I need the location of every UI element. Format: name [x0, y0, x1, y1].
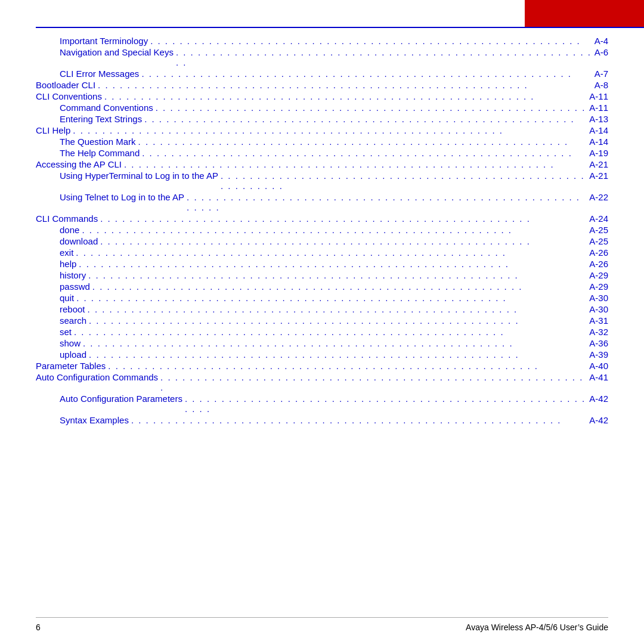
- footer-page-number: 6: [36, 623, 41, 632]
- toc-dots: . . . . . . . . . . . . . . . . . . . . …: [100, 213, 587, 224]
- toc-row[interactable]: Accessing the AP CLI . . . . . . . . . .…: [36, 159, 608, 169]
- toc-label[interactable]: Navigation and Special Keys: [60, 47, 174, 57]
- toc-content: Important Terminology . . . . . . . . . …: [36, 36, 608, 608]
- toc-page: A-14: [589, 137, 608, 147]
- toc-label[interactable]: search: [60, 315, 86, 326]
- toc-page: A-41: [589, 372, 608, 382]
- toc-dots: . . . . . . . . . . . . . . . . . . . . …: [141, 69, 592, 79]
- toc-row[interactable]: done . . . . . . . . . . . . . . . . . .…: [36, 225, 608, 235]
- toc-label[interactable]: exit: [60, 247, 73, 258]
- toc-dots: . . . . . . . . . . . . . . . . . . . . …: [131, 415, 587, 425]
- toc-row[interactable]: set . . . . . . . . . . . . . . . . . . …: [36, 327, 608, 337]
- toc-label[interactable]: Syntax Examples: [60, 415, 129, 425]
- toc-label[interactable]: Important Terminology: [60, 36, 148, 46]
- toc-dots: . . . . . . . . . . . . . . . . . . . . …: [160, 372, 587, 392]
- toc-dots: . . . . . . . . . . . . . . . . . . . . …: [104, 91, 587, 101]
- toc-label[interactable]: passwd: [60, 281, 90, 292]
- top-rule: [36, 27, 644, 28]
- toc-label[interactable]: set: [60, 327, 72, 337]
- toc-dots: . . . . . . . . . . . . . . . . . . . . …: [124, 159, 587, 169]
- toc-dots: . . . . . . . . . . . . . . . . . . . . …: [100, 236, 587, 246]
- toc-row[interactable]: quit . . . . . . . . . . . . . . . . . .…: [36, 293, 608, 303]
- toc-dots: . . . . . . . . . . . . . . . . . . . . …: [150, 36, 592, 46]
- toc-label[interactable]: CLI Commands: [36, 213, 98, 224]
- toc-dots: . . . . . . . . . . . . . . . . . . . . …: [89, 349, 587, 360]
- toc-label[interactable]: Auto Configuration Parameters: [60, 394, 182, 404]
- toc-page: A-42: [589, 415, 608, 425]
- toc-row[interactable]: Entering Text Strings . . . . . . . . . …: [36, 114, 608, 124]
- page: Important Terminology . . . . . . . . . …: [0, 0, 644, 644]
- toc-page: A-40: [589, 361, 608, 371]
- toc-dots: . . . . . . . . . . . . . . . . . . . . …: [156, 103, 587, 113]
- toc-page: A-4: [595, 36, 608, 46]
- toc-page: A-11: [589, 103, 608, 113]
- toc-label[interactable]: The Question Mark: [60, 137, 136, 147]
- toc-label[interactable]: reboot: [60, 304, 85, 314]
- toc-label[interactable]: upload: [60, 349, 86, 360]
- footer: 6 Avaya Wireless AP-4/5/6 User’s Guide: [36, 617, 608, 632]
- toc-dots: . . . . . . . . . . . . . . . . . . . . …: [144, 114, 587, 124]
- toc-label[interactable]: help: [60, 259, 76, 269]
- toc-row[interactable]: Bootloader CLI . . . . . . . . . . . . .…: [36, 80, 608, 90]
- toc-row[interactable]: search . . . . . . . . . . . . . . . . .…: [36, 315, 608, 326]
- toc-row[interactable]: history . . . . . . . . . . . . . . . . …: [36, 270, 608, 280]
- toc-label[interactable]: Auto Configuration Commands: [36, 372, 158, 382]
- toc-row[interactable]: Auto Configuration Commands . . . . . . …: [36, 372, 608, 392]
- toc-dots: . . . . . . . . . . . . . . . . . . . . …: [76, 247, 587, 258]
- toc-row[interactable]: passwd . . . . . . . . . . . . . . . . .…: [36, 281, 608, 292]
- toc-row[interactable]: Parameter Tables . . . . . . . . . . . .…: [36, 361, 608, 371]
- toc-row[interactable]: reboot . . . . . . . . . . . . . . . . .…: [36, 304, 608, 314]
- toc-label[interactable]: history: [60, 270, 86, 280]
- toc-row[interactable]: Using HyperTerminal to Log in to the AP …: [36, 171, 608, 191]
- toc-dots: . . . . . . . . . . . . . . . . . . . . …: [76, 293, 587, 303]
- toc-row[interactable]: download . . . . . . . . . . . . . . . .…: [36, 236, 608, 246]
- toc-row[interactable]: help . . . . . . . . . . . . . . . . . .…: [36, 259, 608, 269]
- toc-label[interactable]: CLI Help: [36, 125, 70, 135]
- toc-dots: . . . . . . . . . . . . . . . . . . . . …: [82, 225, 587, 235]
- toc-dots: . . . . . . . . . . . . . . . . . . . . …: [176, 47, 592, 67]
- toc-page: A-24: [589, 213, 608, 224]
- toc-dots: . . . . . . . . . . . . . . . . . . . . …: [74, 327, 587, 337]
- toc-page: A-30: [589, 293, 608, 303]
- toc-row[interactable]: The Help Command . . . . . . . . . . . .…: [36, 148, 608, 158]
- toc-dots: . . . . . . . . . . . . . . . . . . . . …: [108, 361, 587, 371]
- toc-row[interactable]: exit . . . . . . . . . . . . . . . . . .…: [36, 247, 608, 258]
- toc-dots: . . . . . . . . . . . . . . . . . . . . …: [187, 192, 587, 212]
- toc-label[interactable]: quit: [60, 293, 74, 303]
- toc-label[interactable]: Entering Text Strings: [60, 114, 142, 124]
- toc-label[interactable]: done: [60, 225, 79, 235]
- toc-label[interactable]: Accessing the AP CLI: [36, 159, 122, 169]
- toc-row[interactable]: CLI Help . . . . . . . . . . . . . . . .…: [36, 125, 608, 135]
- toc-page: A-29: [589, 270, 608, 280]
- toc-dots: . . . . . . . . . . . . . . . . . . . . …: [88, 304, 587, 314]
- toc-row[interactable]: The Question Mark . . . . . . . . . . . …: [36, 137, 608, 147]
- toc-label[interactable]: show: [60, 338, 80, 348]
- toc-label[interactable]: Command Conventions: [60, 103, 153, 113]
- toc-row[interactable]: Navigation and Special Keys . . . . . . …: [36, 47, 608, 67]
- toc-row[interactable]: Syntax Examples . . . . . . . . . . . . …: [36, 415, 608, 425]
- toc-dots: . . . . . . . . . . . . . . . . . . . . …: [79, 259, 587, 269]
- toc-label[interactable]: CLI Error Messages: [60, 69, 139, 79]
- toc-row[interactable]: Command Conventions . . . . . . . . . . …: [36, 103, 608, 113]
- toc-label[interactable]: download: [60, 236, 98, 246]
- toc-label[interactable]: The Help Command: [60, 148, 140, 158]
- toc-row[interactable]: CLI Commands . . . . . . . . . . . . . .…: [36, 213, 608, 224]
- toc-label[interactable]: Bootloader CLI: [36, 80, 95, 90]
- toc-row[interactable]: Using Telnet to Log in to the AP . . . .…: [36, 192, 608, 212]
- toc-row[interactable]: CLI Conventions . . . . . . . . . . . . …: [36, 91, 608, 101]
- toc-label[interactable]: Using Telnet to Log in to the AP: [60, 192, 184, 202]
- toc-dots: . . . . . . . . . . . . . . . . . . . . …: [138, 137, 587, 147]
- toc-dots: . . . . . . . . . . . . . . . . . . . . …: [185, 394, 587, 414]
- toc-page: A-31: [589, 315, 608, 326]
- top-red-bar: [525, 0, 644, 27]
- toc-row[interactable]: show . . . . . . . . . . . . . . . . . .…: [36, 338, 608, 348]
- toc-page: A-36: [589, 338, 608, 348]
- toc-row[interactable]: CLI Error Messages . . . . . . . . . . .…: [36, 69, 608, 79]
- toc-label[interactable]: CLI Conventions: [36, 91, 102, 101]
- toc-label[interactable]: Using HyperTerminal to Log in to the AP: [60, 171, 218, 181]
- toc-row[interactable]: Important Terminology . . . . . . . . . …: [36, 36, 608, 46]
- toc-row[interactable]: upload . . . . . . . . . . . . . . . . .…: [36, 349, 608, 360]
- toc-dots: . . . . . . . . . . . . . . . . . . . . …: [92, 281, 587, 292]
- toc-label[interactable]: Parameter Tables: [36, 361, 106, 371]
- toc-row[interactable]: Auto Configuration Parameters . . . . . …: [36, 394, 608, 414]
